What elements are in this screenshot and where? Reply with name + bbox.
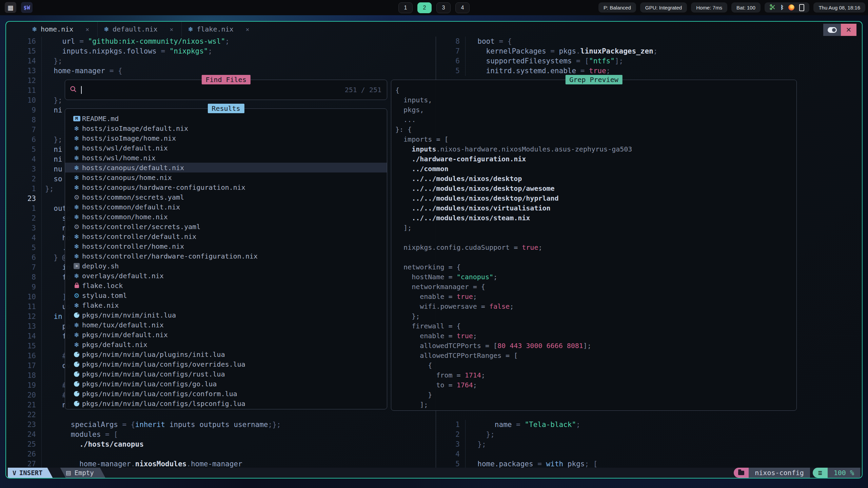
list-item[interactable]: ❄home/tux/default.nix xyxy=(65,320,387,330)
terminal-window: ❄home.nix×❄default.nix×❄flake.nix× ✕ 16 … xyxy=(5,21,863,479)
preview-line: ]; xyxy=(395,223,795,233)
list-item[interactable]: ❄hosts/isoImage/default.nix xyxy=(65,123,387,133)
find-files-popup[interactable]: Find Files 251 / 251 xyxy=(65,80,387,100)
line-number: 5 xyxy=(6,243,42,253)
clock: Thu Aug 08, 18:16 xyxy=(813,2,865,13)
tab-default.nix[interactable]: ❄default.nix× xyxy=(97,22,181,37)
list-item[interactable]: pkgs/nvim/nvim/lua/configs/rust.lua xyxy=(65,369,387,379)
list-item[interactable]: ❄hosts/controller/default.nix xyxy=(65,231,387,241)
list-item[interactable]: pkgs/nvim/nvim/init.lua xyxy=(65,310,387,320)
list-item[interactable]: ❄hosts/wsl/default.nix xyxy=(65,143,387,153)
list-icon: ≡ xyxy=(818,469,822,477)
line-number: 3 xyxy=(436,440,466,449)
lua-file-icon xyxy=(71,362,82,367)
list-item[interactable]: ❄hosts/isoImage/home.nix xyxy=(65,133,387,143)
file-name: flake.nix xyxy=(82,301,119,309)
code-line: }; xyxy=(466,430,495,440)
tab-label: default.nix xyxy=(113,25,157,33)
logo-button[interactable]: $W xyxy=(21,2,33,13)
list-item[interactable]: pkgs/nvim/nvim/lua/plugins/init.lua xyxy=(65,349,387,359)
code-line: supportedFilesystems = ["ntfs"]; xyxy=(466,56,623,66)
folder-icon xyxy=(738,471,744,475)
preview-line: ]; xyxy=(395,400,795,410)
line-number: 4 xyxy=(436,449,466,459)
status-pill-1: GPU: Integrated xyxy=(640,2,687,13)
list-item[interactable]: ❄hosts/wsl/home.nix xyxy=(65,153,387,163)
list-item[interactable]: ❄hosts/common/default.nix xyxy=(65,202,387,212)
nix-file-icon: ❄ xyxy=(71,213,82,221)
preview-line: inputs, xyxy=(395,95,795,105)
toggle-icon xyxy=(828,27,837,33)
scissors-icon[interactable] xyxy=(770,4,776,11)
phone-icon[interactable] xyxy=(799,4,804,11)
window-close-button[interactable]: ✕ xyxy=(841,24,856,36)
list-item[interactable]: ❄hosts/controller/home.nix xyxy=(65,241,387,251)
code-line: # xyxy=(42,351,66,361)
line-number: 23 xyxy=(6,194,42,204)
nix-file-icon: ❄ xyxy=(71,154,82,162)
close-icon: ✕ xyxy=(846,26,852,34)
list-item[interactable]: MREADME.md xyxy=(65,114,387,123)
list-item[interactable]: ⚙hosts/common/secrets.yaml xyxy=(65,192,387,202)
search-icon xyxy=(70,86,77,94)
line-number: 4 xyxy=(6,155,42,164)
bluetooth-icon[interactable]: ᛒ xyxy=(781,4,784,11)
workspace-3[interactable]: 3 xyxy=(436,2,451,13)
list-item[interactable]: pkgs/nvim/nvim/lua/configs/conform.lua xyxy=(65,389,387,399)
tab-close-icon[interactable]: × xyxy=(85,26,89,33)
list-item[interactable]: ❄pkgs/default.nix xyxy=(65,340,387,349)
folder-segment xyxy=(734,468,749,478)
sh-file-icon: > xyxy=(71,263,82,269)
list-item[interactable]: ❄flake.nix xyxy=(65,300,387,310)
preview-line: nixpkgs.config.cudaSupport = true; xyxy=(395,243,795,252)
preview-line: { xyxy=(395,85,795,95)
file-name: hosts/controller/hardware-configuration.… xyxy=(82,252,258,260)
workspace-2[interactable]: 2 xyxy=(417,2,432,13)
app-launcher-button[interactable]: ▦ xyxy=(5,2,16,13)
workspace-1[interactable]: 1 xyxy=(398,2,413,13)
project-label: nixos-config xyxy=(749,468,810,478)
preview-line: ./hardware-configuration.nix xyxy=(395,154,795,164)
list-item[interactable]: flake.lock xyxy=(65,281,387,290)
list-item[interactable]: ❄overlays/default.nix xyxy=(65,271,387,281)
media-player-icon[interactable] xyxy=(788,4,794,11)
toggle-button[interactable] xyxy=(823,24,841,36)
list-item[interactable]: >deploy.sh xyxy=(65,261,387,271)
list-item[interactable]: ❄hosts/common/home.nix xyxy=(65,212,387,222)
file-name: pkgs/nvim/nvim/lua/configs/rust.lua xyxy=(82,370,225,378)
line-number: 4 xyxy=(6,233,42,243)
list-item[interactable]: pkgs/nvim/nvim/lua/configs/go.lua xyxy=(65,379,387,389)
list-item[interactable]: ❄hosts/controller/hardware-configuration… xyxy=(65,251,387,261)
status-bar: ▦ $W 1234 P: BalancedGPU: IntegratedHome… xyxy=(0,0,868,15)
preview-line: ... xyxy=(395,115,795,125)
lua-file-icon xyxy=(71,381,82,387)
code-line: name = "Tela-black"; xyxy=(466,420,580,430)
tab-home.nix[interactable]: ❄home.nix× xyxy=(26,22,97,37)
file-state-label: Empty xyxy=(75,469,94,476)
list-item[interactable]: ⚙hosts/controller/secrets.yaml xyxy=(65,222,387,231)
tab-close-icon[interactable]: × xyxy=(170,26,173,33)
line-number: 3 xyxy=(6,164,42,174)
list-item[interactable]: ❄pkgs/nvim/default.nix xyxy=(65,330,387,340)
code-row: 15 inputs.nixpkgs.follows = "nixpkgs"; xyxy=(6,46,436,56)
list-item[interactable]: ❄hosts/canopus/default.nix xyxy=(65,163,387,172)
tab-flake.nix[interactable]: ❄flake.nix× xyxy=(181,22,257,37)
nix-file-icon: ❄ xyxy=(71,272,82,280)
list-item[interactable]: pkgs/nvim/nvim/lua/configs/overrides.lua xyxy=(65,359,387,369)
list-item[interactable]: ⚙stylua.toml xyxy=(65,290,387,300)
tab-close-icon[interactable]: × xyxy=(246,26,250,33)
file-name: overlays/default.nix xyxy=(82,272,164,280)
line-number: 5 xyxy=(436,66,466,76)
nix-file-icon: ❄ xyxy=(71,125,82,132)
workspace-4[interactable]: 4 xyxy=(455,2,470,13)
line-number: 14 xyxy=(6,56,42,66)
preview-line: to = 1764; xyxy=(395,380,795,390)
file-name: hosts/wsl/home.nix xyxy=(82,154,156,162)
file-name: home/tux/default.nix xyxy=(82,321,164,329)
line-number: 20 xyxy=(6,390,42,400)
line-number: 5 xyxy=(6,145,42,155)
list-item[interactable]: ❄hosts/canopus/home.nix xyxy=(65,172,387,182)
list-item[interactable]: pkgs/nvim/nvim/lua/configs/lspconfig.lua xyxy=(65,399,387,408)
list-item[interactable]: ❄hosts/canopus/hardware-configuration.ni… xyxy=(65,182,387,192)
code-row: 8 boot = { xyxy=(436,37,862,46)
